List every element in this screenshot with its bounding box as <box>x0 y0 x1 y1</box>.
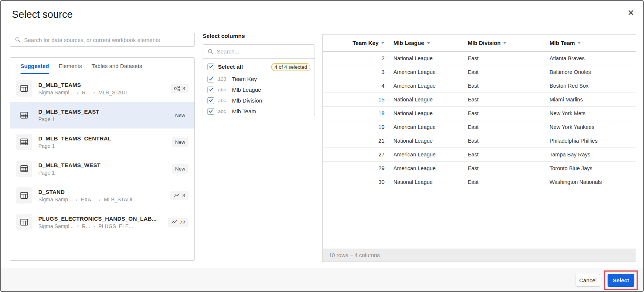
select-button[interactable]: Select <box>608 274 634 287</box>
table-cell: East <box>463 124 545 130</box>
column-header-mlb-division[interactable]: Mlb Division <box>463 40 545 46</box>
source-item-breadcrumb: Sigma Samp...›EXA...›MLB_STADI... <box>38 197 164 202</box>
source-item-title: PLUGS_ELECTRONICS_HANDS_ON_LAB... <box>38 215 162 222</box>
source-item[interactable]: PLUGS_ELECTRONICS_HANDS_ON_LAB...Sigma S… <box>10 209 194 236</box>
source-list: D_MLB_TEAMSSigma Sampl...›R...›MLB_STADI… <box>10 74 194 236</box>
table-cell: East <box>463 97 545 103</box>
check-icon <box>209 87 213 93</box>
table-cell: New York Yankees <box>545 124 636 130</box>
source-item-breadcrumb: Page 1 <box>38 170 166 176</box>
caret-down-icon <box>577 42 581 44</box>
column-type-label: 123 <box>218 76 228 82</box>
column-header-mlb-team[interactable]: Mlb Team <box>545 40 636 46</box>
cancel-button[interactable]: Cancel <box>576 274 600 287</box>
table-cell: National League <box>389 110 463 116</box>
source-item-text: D_MLB_TEAMSSigma Sampl...›R...›MLB_STADI… <box>38 82 165 95</box>
grid-table-icon <box>16 107 32 123</box>
source-item[interactable]: D_MLB_TEAMS_EASTPage 1New <box>10 102 194 129</box>
column-header-team-key[interactable]: Team Key <box>323 40 389 46</box>
chevron-right-icon: › <box>77 223 78 229</box>
breadcrumb-segment: PLUGS_ELE... <box>98 223 133 229</box>
table-cell: East <box>463 110 545 116</box>
tab-tables-and-datasets[interactable]: Tables and Datasets <box>91 58 142 74</box>
check-icon <box>209 97 213 104</box>
source-item[interactable]: D_STANDSigma Samp...›EXA...›MLB_STADI...… <box>10 182 194 209</box>
source-list-card: SuggestedElementsTables and Datasets D_M… <box>10 57 195 261</box>
columns-search-input[interactable]: Search... <box>203 45 315 59</box>
column-option-label: Mlb League <box>232 87 261 93</box>
close-icon[interactable]: ✕ <box>628 9 634 17</box>
table-row: 4American LeagueEastBoston Red Sox <box>323 79 636 93</box>
column-option-mlb-team[interactable]: abcMlb Team <box>207 106 310 117</box>
column-option-mlb-league[interactable]: abcMlb League <box>207 84 310 95</box>
table-cell: National League <box>389 97 463 103</box>
table-cell: Washington Nationals <box>545 179 636 185</box>
table-cell: American League <box>389 69 463 75</box>
source-item[interactable]: D_MLB_TEAMS_CENTRALPage 1New <box>10 129 194 155</box>
table-cell: 21 <box>323 138 389 144</box>
column-header-mlb-league[interactable]: Mlb League <box>389 40 463 46</box>
dialog-footer: Cancel Select <box>1 269 643 291</box>
table-cell: 3 <box>323 69 389 75</box>
caret-down-icon <box>381 42 384 44</box>
tab-suggested[interactable]: Suggested <box>20 58 49 74</box>
table-row: 27American LeagueEastTampa Bay Rays <box>323 148 636 162</box>
checkbox[interactable] <box>207 87 214 93</box>
column-option-mlb-division[interactable]: abcMlb Division <box>207 95 310 106</box>
table-row: 15National LeagueEastMiami Marlins <box>323 93 636 107</box>
dataset-table-icon <box>16 80 32 97</box>
breadcrumb-segment: R... <box>82 223 90 229</box>
select-source-dialog: Select source ✕ Search for data sources,… <box>0 0 644 292</box>
checkbox[interactable] <box>207 97 214 104</box>
column-type-label: abc <box>218 108 228 114</box>
column-option-label: Mlb Team <box>232 108 256 114</box>
line-chart-icon <box>171 220 177 225</box>
dialog-title: Select source <box>12 9 73 20</box>
select-all-option[interactable]: Select all4 of 4 selected <box>207 60 310 74</box>
source-item-text: D_MLB_TEAMS_CENTRALPage 1 <box>38 135 166 149</box>
column-option-team-key[interactable]: 123Team Key <box>207 74 310 84</box>
table-cell: 19 <box>323 124 389 130</box>
tab-elements[interactable]: Elements <box>59 58 82 74</box>
table-cell: 15 <box>323 97 389 103</box>
source-item-title: D_STAND <box>38 189 164 195</box>
table-header-row: Team KeyMlb LeagueMlb DivisionMlb Team <box>323 35 636 52</box>
check-icon <box>209 64 213 70</box>
lineage-icon <box>174 85 180 91</box>
chevron-right-icon: › <box>93 90 95 95</box>
table-cell: National League <box>389 138 463 144</box>
check-icon <box>209 76 213 82</box>
dataset-table-icon <box>16 187 32 204</box>
checkbox[interactable] <box>207 64 214 70</box>
table-cell: East <box>463 83 545 89</box>
grid-table-icon <box>16 160 32 177</box>
checkbox[interactable] <box>207 108 214 115</box>
table-cell: 27 <box>323 152 389 158</box>
breadcrumb-segment: Page 1 <box>38 143 55 149</box>
table-cell: Miami Marlins <box>545 97 636 103</box>
table-body: 2National LeagueEastAtlanta Braves3Ameri… <box>323 52 636 189</box>
table-cell: 18 <box>323 110 389 116</box>
source-item-title: D_MLB_TEAMS <box>38 82 165 88</box>
column-header-label: Team Key <box>352 40 379 46</box>
chevron-right-icon: › <box>76 197 77 202</box>
source-search-placeholder: Search for data sources, or current work… <box>24 37 160 43</box>
checkbox[interactable] <box>207 76 214 82</box>
source-item[interactable]: D_MLB_TEAMSSigma Sampl...›R...›MLB_STADI… <box>10 75 194 102</box>
table-row: 18National LeagueEastNew York Mets <box>323 107 636 120</box>
breadcrumb-segment: Page 1 <box>38 170 55 176</box>
new-badge: New <box>172 164 189 173</box>
source-item-title: D_MLB_TEAMS_EAST <box>38 108 166 115</box>
columns-search-placeholder: Search... <box>217 48 239 55</box>
table-cell: American League <box>389 124 463 130</box>
caret-down-icon <box>427 42 430 44</box>
source-item-title: D_MLB_TEAMS_WEST <box>38 162 166 168</box>
source-item[interactable]: D_MLB_TEAMS_WESTPage 1New <box>10 155 194 182</box>
source-item-text: D_MLB_TEAMS_WESTPage 1 <box>38 162 166 176</box>
line-chart-icon <box>174 193 180 198</box>
table-cell: Boston Red Sox <box>545 83 636 89</box>
table-cell: 30 <box>323 179 389 185</box>
source-search-input[interactable]: Search for data sources, or current work… <box>10 33 195 47</box>
source-item-title: D_MLB_TEAMS_CENTRAL <box>38 135 166 142</box>
breadcrumb-segment: Sigma Sampl... <box>38 223 74 229</box>
